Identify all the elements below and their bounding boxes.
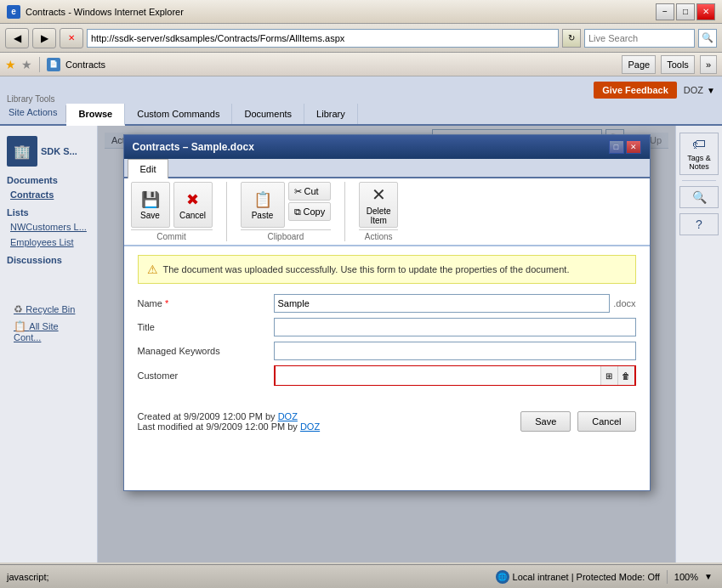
- close-button[interactable]: ✕: [696, 3, 715, 20]
- customer-delete-button[interactable]: 🗑: [617, 366, 634, 385]
- title-input[interactable]: [274, 318, 636, 336]
- customer-browse-button[interactable]: ⊞: [600, 366, 617, 385]
- clipboard-group-buttons: 📋 Paste ✂ Cut ⧉ Copy: [241, 182, 332, 228]
- right-search-icon: 🔍: [692, 190, 707, 204]
- clipboard-group: 📋 Paste ✂ Cut ⧉ Copy: [241, 182, 332, 241]
- right-panel: 🏷 Tags & Notes 🔍 ?: [675, 126, 722, 563]
- doz-dropdown-icon[interactable]: ▼: [707, 86, 715, 95]
- zoom-text: 100%: [674, 572, 698, 582]
- sp-logo: 🏢: [7, 136, 37, 167]
- name-row: Name * .docx: [138, 294, 636, 313]
- dialog-tab-edit[interactable]: Edit: [128, 159, 169, 178]
- live-search-go[interactable]: 🔍: [698, 29, 717, 48]
- browser-titlebar: e Contracts - Windows Internet Explorer …: [0, 0, 722, 24]
- customer-buttons: ⊞ 🗑: [600, 366, 634, 385]
- give-feedback-button[interactable]: Give Feedback: [594, 82, 677, 99]
- commit-group: 💾 Save ✖ Cancel Commit: [131, 182, 213, 241]
- nav-discussions-header: Discussions: [0, 250, 97, 267]
- nav-item-employees[interactable]: Employees List: [0, 235, 97, 250]
- modified-by-link[interactable]: DOZ: [300, 421, 320, 432]
- forward-button[interactable]: ▶: [32, 28, 56, 48]
- page-wrapper: 🏢 SDK S... Documents Contracts Lists NWC…: [0, 126, 722, 563]
- tab-library[interactable]: Library: [304, 104, 358, 124]
- main-area: Actions ▼ k "New" or "Up 🔍 Contracts – S…: [98, 126, 675, 563]
- dialog-save-button[interactable]: Save: [520, 411, 571, 432]
- actions-group-label: Actions: [359, 229, 398, 241]
- commit-group-label: Commit: [131, 229, 213, 241]
- managed-keywords-input[interactable]: [274, 342, 636, 360]
- left-nav: 🏢 SDK S... Documents Contracts Lists NWC…: [0, 126, 98, 563]
- meta-info: Created at 9/9/2009 12:00 PM by DOZ Last…: [138, 411, 321, 432]
- dialog-title: Contracts – Sample.docx: [133, 141, 254, 153]
- paste-ribbon-button[interactable]: 📋 Paste: [241, 182, 285, 228]
- dialog-cancel-button[interactable]: Cancel: [577, 411, 635, 432]
- nav-item-contracts[interactable]: Contracts: [0, 187, 97, 202]
- status-zoom: 100% ▼: [667, 570, 715, 584]
- site-actions-tab[interactable]: Site Actions: [0, 104, 65, 124]
- back-button[interactable]: ◀: [5, 28, 29, 48]
- save-icon: 💾: [141, 190, 160, 209]
- restore-button[interactable]: □: [676, 3, 695, 20]
- customer-input[interactable]: [276, 366, 600, 385]
- stop-button[interactable]: ✕: [60, 28, 83, 48]
- sdk-title: SDK S...: [41, 146, 77, 156]
- info-message-text: The document was uploaded successfully. …: [163, 264, 570, 274]
- status-bar: javascript; 🌐 Local intranet | Protected…: [0, 564, 722, 588]
- delete-ribbon-button[interactable]: ✕ Delete Item: [359, 182, 398, 228]
- copy-ribbon-button[interactable]: ⧉ Copy: [288, 202, 332, 221]
- library-tools-label: Library Tools: [0, 93, 62, 104]
- name-input[interactable]: [274, 294, 611, 313]
- refresh-button[interactable]: ↻: [562, 29, 581, 48]
- live-search-input[interactable]: [584, 29, 695, 48]
- actions-group-buttons: ✕ Delete Item: [359, 182, 398, 228]
- managed-keywords-label: Managed Keywords: [138, 346, 274, 356]
- status-zone: 🌐 Local intranet | Protected Mode: Off: [496, 570, 660, 584]
- nav-documents-header: Documents: [0, 170, 97, 187]
- dialog-ribbon-content: 💾 Save ✖ Cancel Commit: [124, 178, 650, 246]
- dialog-restore-button[interactable]: □: [609, 140, 624, 154]
- title-row: Title: [138, 318, 636, 336]
- sp-ribbon-bar: Library Tools Give Feedback DOZ ▼ Site A…: [0, 76, 722, 126]
- tags-notes-button[interactable]: 🏷 Tags & Notes: [679, 133, 719, 175]
- modified-text: Last modified at 9/9/2009 12:00 PM by: [138, 421, 298, 432]
- nav-item-allsite[interactable]: 📋 All Site Cont...: [3, 318, 94, 345]
- save-ribbon-button[interactable]: 💾 Save: [131, 182, 170, 228]
- nav-lists-header: Lists: [0, 202, 97, 219]
- nav-item-recyclebin[interactable]: ♻ Recycle Bin: [3, 301, 94, 318]
- nav-bottom: ♻ Recycle Bin 📋 All Site Cont...: [0, 301, 97, 345]
- address-text: http://ssdk-server/sdksamples/Contracts/…: [91, 33, 344, 43]
- cancel-ribbon-button[interactable]: ✖ Cancel: [173, 182, 213, 228]
- page-icon: 📄: [47, 58, 60, 71]
- toolbar-extra-button[interactable]: »: [700, 55, 717, 74]
- right-help-button[interactable]: ?: [679, 213, 719, 235]
- cut-ribbon-button[interactable]: ✂ Cut: [288, 182, 332, 201]
- zoom-dropdown-button[interactable]: ▼: [702, 570, 715, 584]
- page-title-label: Contracts: [65, 59, 105, 70]
- created-by-link[interactable]: DOZ: [278, 411, 298, 421]
- nav-item-nwcustomers[interactable]: NWCustomers L...: [0, 219, 97, 235]
- page-menu-button[interactable]: Page: [622, 55, 656, 74]
- doz-label: DOZ: [684, 85, 703, 95]
- tab-documents[interactable]: Documents: [232, 104, 304, 124]
- tab-browse[interactable]: Browse: [66, 104, 125, 126]
- tab-custom-commands[interactable]: Custom Commands: [125, 104, 232, 124]
- tools-menu-button[interactable]: Tools: [661, 55, 695, 74]
- window-controls: − □ ✕: [656, 3, 715, 20]
- title-label: Title: [138, 322, 274, 332]
- cut-icon: ✂: [294, 186, 302, 197]
- minimize-button[interactable]: −: [656, 3, 674, 20]
- paste-icon: 📋: [253, 190, 272, 209]
- ribbon-sep-2: [344, 182, 345, 241]
- dialog-titlebar: Contracts – Sample.docx □ ✕: [124, 135, 650, 159]
- favorites-star-icon: ★: [5, 58, 16, 71]
- address-box[interactable]: http://ssdk-server/sdksamples/Contracts/…: [87, 29, 559, 48]
- right-search-button[interactable]: 🔍: [679, 186, 719, 208]
- discussions-empty: [0, 267, 97, 292]
- dialog-ribbon-tabs: Edit: [124, 159, 650, 178]
- commit-group-buttons: 💾 Save ✖ Cancel: [131, 182, 213, 228]
- customer-field-wrap: ⊞ 🗑: [274, 365, 636, 386]
- customer-row: Customer ⊞ 🗑: [138, 365, 636, 386]
- dialog-close-button[interactable]: ✕: [626, 140, 641, 154]
- status-script-text: javascript;: [7, 572, 49, 582]
- right-help-icon: ?: [696, 218, 702, 231]
